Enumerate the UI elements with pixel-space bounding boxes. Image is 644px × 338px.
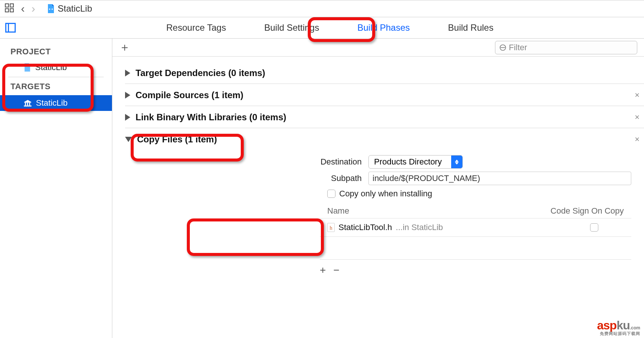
phase-title: Copy Files (1 item) bbox=[137, 134, 217, 145]
project-row[interactable]: StaticLib bbox=[0, 60, 112, 75]
breadcrumb[interactable]: StaticLib bbox=[47, 3, 92, 14]
phase-compile-sources[interactable]: Compile Sources (1 item) × bbox=[125, 84, 644, 106]
codesign-checkbox[interactable] bbox=[590, 223, 598, 232]
copy-files-body: Destination Products Directory Subpath C… bbox=[125, 150, 644, 276]
back-button[interactable]: ‹ bbox=[21, 3, 25, 14]
target-row[interactable]: StaticLib bbox=[0, 95, 112, 111]
panel-toggle-icon[interactable] bbox=[5, 23, 16, 33]
phases-toolbar: ＋ bbox=[112, 39, 644, 57]
phase-title: Compile Sources (1 item) bbox=[136, 90, 243, 100]
add-file-button[interactable]: + bbox=[320, 264, 326, 276]
header-file-icon: h bbox=[327, 223, 335, 232]
svg-rect-5 bbox=[25, 103, 26, 105]
destination-select[interactable]: Products Directory bbox=[368, 155, 463, 169]
breadcrumb-file-label: StaticLib bbox=[58, 3, 92, 14]
disclosure-triangle-icon[interactable] bbox=[125, 70, 130, 76]
copy-files-table: Name Code Sign On Copy h StaticLibTool.h… bbox=[320, 204, 631, 276]
phase-link-binary[interactable]: Link Binary With Libraries (0 items) × bbox=[125, 106, 644, 128]
column-name: Name bbox=[327, 206, 550, 216]
disclosure-triangle-icon[interactable] bbox=[125, 137, 132, 142]
svg-rect-3 bbox=[10, 9, 13, 12]
subpath-label: Subpath bbox=[125, 173, 368, 183]
copy-only-label: Copy only when installing bbox=[339, 189, 432, 199]
remove-phase-button[interactable]: × bbox=[635, 112, 640, 122]
tab-build-rules[interactable]: Build Rules bbox=[446, 19, 496, 37]
file-name: StaticLibTool.h bbox=[338, 223, 392, 232]
remove-file-button[interactable]: − bbox=[333, 264, 339, 276]
target-row-label: StaticLib bbox=[36, 98, 67, 108]
select-stepper-icon bbox=[451, 156, 462, 168]
phase-copy-files[interactable]: Copy Files (1 item) × bbox=[125, 128, 644, 150]
filter-icon bbox=[499, 44, 507, 51]
column-codesign: Code Sign On Copy bbox=[550, 206, 624, 216]
disclosure-triangle-icon[interactable] bbox=[125, 114, 130, 121]
build-phases-content: ＋ Target Dependencies (0 items) Compile … bbox=[112, 39, 644, 338]
svg-rect-1 bbox=[10, 4, 13, 7]
project-section-header: PROJECT bbox=[0, 43, 112, 60]
editor-tabs-row: Resource Tags Build Settings Build Phase… bbox=[0, 17, 644, 39]
copy-file-row[interactable]: h StaticLibTool.h ...in StaticLib bbox=[320, 218, 631, 236]
xcode-project-icon bbox=[47, 4, 55, 13]
library-target-icon bbox=[23, 99, 32, 107]
subpath-input[interactable] bbox=[368, 172, 631, 185]
forward-button[interactable]: › bbox=[31, 3, 35, 14]
navigation-toolbar: ‹ › StaticLib bbox=[0, 0, 644, 17]
project-targets-sidebar: PROJECT StaticLib TARGETS StaticLib bbox=[0, 39, 112, 338]
destination-label: Destination bbox=[125, 157, 368, 167]
svg-rect-2 bbox=[5, 9, 9, 12]
remove-phase-button[interactable]: × bbox=[635, 90, 640, 100]
copy-only-checkbox[interactable] bbox=[327, 190, 335, 198]
svg-rect-6 bbox=[27, 103, 28, 105]
svg-rect-0 bbox=[5, 4, 9, 7]
disclosure-triangle-icon[interactable] bbox=[125, 92, 130, 99]
filter-input[interactable] bbox=[509, 43, 633, 52]
phase-title: Link Binary With Libraries (0 items) bbox=[136, 112, 286, 123]
watermark: aspku.com 免费网站源码下载网 bbox=[597, 319, 641, 337]
file-location: ...in StaticLib bbox=[396, 223, 443, 232]
remove-phase-button[interactable]: × bbox=[635, 135, 640, 144]
sidebar-divider bbox=[8, 77, 104, 77]
phase-target-dependencies[interactable]: Target Dependencies (0 items) bbox=[125, 62, 644, 84]
xcode-project-icon bbox=[23, 63, 31, 72]
tab-build-phases[interactable]: Build Phases bbox=[355, 19, 412, 37]
targets-section-header: TARGETS bbox=[0, 78, 112, 95]
related-items-icon[interactable] bbox=[4, 3, 14, 14]
project-row-label: StaticLib bbox=[35, 63, 67, 72]
phase-title: Target Dependencies (0 items) bbox=[136, 68, 265, 78]
svg-rect-8 bbox=[24, 105, 31, 106]
filter-field[interactable] bbox=[495, 41, 637, 54]
svg-rect-4 bbox=[24, 102, 31, 103]
tab-build-settings[interactable]: Build Settings bbox=[262, 19, 322, 37]
svg-rect-7 bbox=[29, 103, 30, 105]
add-phase-button[interactable]: ＋ bbox=[119, 40, 130, 55]
destination-value: Products Directory bbox=[369, 157, 451, 167]
tab-resource-tags[interactable]: Resource Tags bbox=[164, 19, 228, 37]
